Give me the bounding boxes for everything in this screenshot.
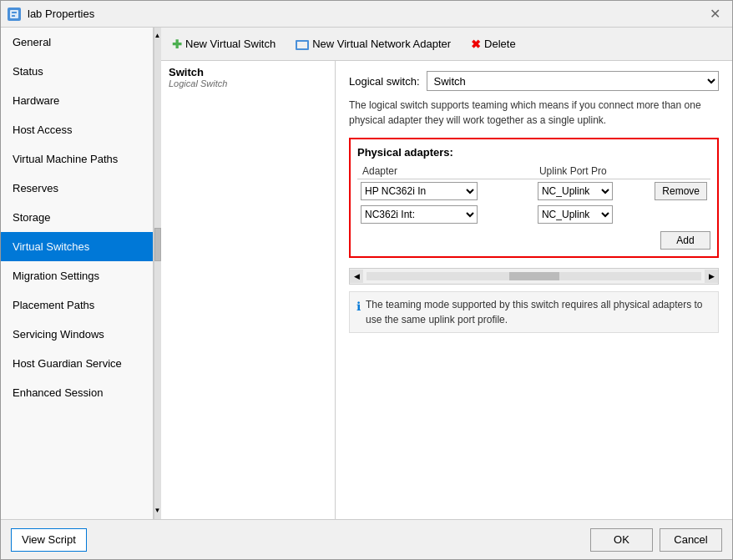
teaming-info-bar: ℹ The teaming mode supported by this swi… [349,291,719,333]
tree-switch-item[interactable]: Switch Logical Switch [160,61,335,93]
adapter-col-header: Adapter [357,164,534,179]
delete-button[interactable]: ✖ Delete [468,36,519,53]
sidebar-scrollbar-thumb [154,228,161,261]
window-body: General Status Hardware Host Access Virt… [1,28,732,519]
logical-switch-row: Logical switch: Switch [349,71,719,91]
sidebar-item-host-guardian[interactable]: Host Guardian Service [1,349,153,378]
sidebar-item-hardware[interactable]: Hardware [1,86,153,115]
sidebar: General Status Hardware Host Access Virt… [1,28,154,519]
sidebar-item-servicing-windows[interactable]: Servicing Windows [1,320,153,349]
window-icon [8,8,21,21]
add-button[interactable]: Add [660,231,710,250]
scroll-right-arrow[interactable]: ▶ [705,270,718,283]
sidebar-item-storage[interactable]: Storage [1,203,153,232]
sidebar-item-placement-paths[interactable]: Placement Paths [1,290,153,320]
cancel-button[interactable]: Cancel [660,528,722,552]
remove-button[interactable]: Remove [655,182,707,200]
content-area: Switch Logical Switch Logical switch: Sw… [160,61,732,519]
svg-rect-0 [10,10,18,18]
sidebar-item-vm-paths[interactable]: Virtual Machine Paths [1,144,153,174]
info-text: The logical switch supports teaming whic… [349,98,719,128]
toolbar: ✚ New Virtual Switch New Virtual Network… [160,28,732,61]
physical-adapters-title: Physical adapters: [357,146,710,159]
footer-left: View Script [11,528,87,552]
sidebar-item-host-access[interactable]: Host Access [1,115,153,144]
new-virtual-network-adapter-button[interactable]: New Virtual Network Adapter [292,36,454,52]
uplink1-select[interactable]: NC_Uplink [538,182,613,200]
main-content: ✚ New Virtual Switch New Virtual Network… [160,28,732,519]
table-row: NC362i Int: NC_Uplink [357,203,710,226]
uplink-col-header: Uplink Port Pro [534,164,651,179]
adapters-table: Adapter Uplink Port Pro HP NC362i In [357,164,710,226]
table-row: HP NC362i In NC_Uplink [357,179,710,204]
physical-adapters-box: Physical adapters: Adapter Uplink Port P… [349,138,719,258]
main-window: lab Properties ✕ General Status Hardware… [0,0,733,560]
scroll-left-arrow[interactable]: ◀ [350,270,363,283]
svg-rect-2 [12,15,15,17]
close-button[interactable]: ✕ [705,4,725,23]
sidebar-item-general[interactable]: General [1,28,153,57]
uplink2-select[interactable]: NC_Uplink [538,205,613,224]
footer-right: OK Cancel [590,528,722,552]
title-bar: lab Properties ✕ [1,1,732,28]
logical-switch-label: Logical switch: [349,75,420,88]
new-virtual-switch-button[interactable]: ✚ New Virtual Switch [169,36,279,53]
svg-rect-1 [12,12,17,13]
horizontal-scrollbar[interactable]: ◀ ▶ [349,268,719,285]
sidebar-item-migration-settings[interactable]: Migration Settings [1,261,153,290]
sidebar-scroll-up[interactable]: ▲ [154,28,161,44]
delete-icon: ✖ [471,38,481,51]
left-panel: Switch Logical Switch [160,61,336,519]
window-footer: View Script OK Cancel [1,519,732,559]
window-title: lab Properties [28,8,94,20]
sidebar-item-virtual-switches[interactable]: Virtual Switches [1,232,153,261]
right-panel: Logical switch: Switch The logical switc… [336,61,732,519]
scrollbar-track [366,272,701,280]
adapter1-select[interactable]: HP NC362i In [361,182,478,200]
scrollbar-thumb [509,272,559,280]
logical-switch-select[interactable]: Switch [427,71,719,91]
tree-item-main: Switch [169,66,326,78]
sidebar-scroll-down[interactable]: ▼ [154,502,161,519]
sidebar-item-enhanced-session[interactable]: Enhanced Session [1,378,153,407]
tree-item-sub: Logical Switch [169,78,326,88]
view-script-button[interactable]: View Script [11,528,87,552]
network-adapter-icon [296,40,309,50]
adapter2-select[interactable]: NC362i Int: [361,205,478,224]
teaming-info-text: The teaming mode supported by this switc… [366,297,711,327]
plus-icon: ✚ [172,38,182,51]
ok-button[interactable]: OK [590,528,653,552]
sidebar-item-reserves[interactable]: Reserves [1,174,153,203]
info-icon: ℹ [356,298,361,315]
sidebar-item-status[interactable]: Status [1,57,153,86]
